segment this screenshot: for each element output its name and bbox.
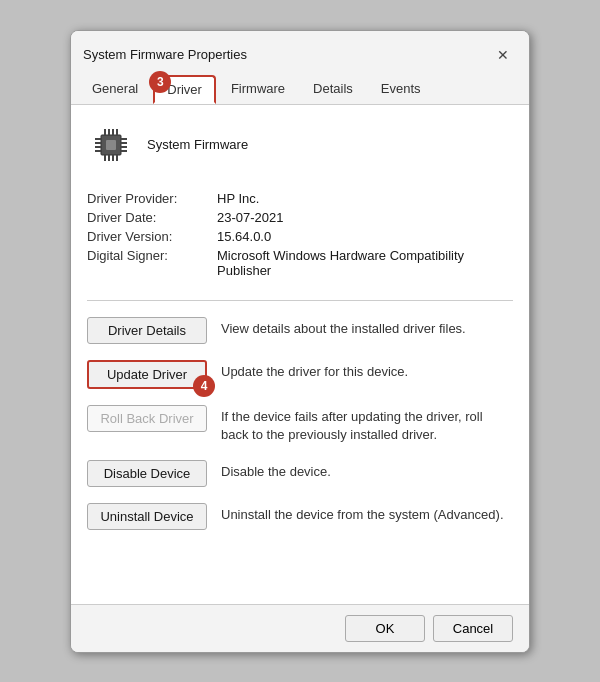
- action-row-uninstall: Uninstall Device Uninstall the device fr…: [87, 495, 513, 538]
- step-badge-3: 3: [149, 71, 171, 93]
- tab-firmware[interactable]: Firmware: [218, 75, 298, 104]
- value-signer: Microsoft Windows Hardware Compatibility…: [217, 248, 513, 278]
- device-icon: [87, 121, 135, 169]
- tab-details[interactable]: Details: [300, 75, 366, 104]
- disable-device-desc: Disable the device.: [221, 460, 331, 481]
- dialog-title: System Firmware Properties: [83, 47, 247, 62]
- driver-details-desc: View details about the installed driver …: [221, 317, 466, 338]
- value-version: 15.64.0.0: [217, 229, 271, 244]
- tab-general[interactable]: General: [79, 75, 151, 104]
- action-row-driver-details: Driver Details View details about the in…: [87, 309, 513, 352]
- rollback-driver-desc: If the device fails after updating the d…: [221, 405, 513, 444]
- dialog-window: System Firmware Properties ✕ General 3 D…: [70, 30, 530, 653]
- update-driver-button[interactable]: Update Driver: [87, 360, 207, 389]
- value-date: 23-07-2021: [217, 210, 284, 225]
- driver-info-table: Driver Provider: HP Inc. Driver Date: 23…: [87, 189, 513, 280]
- firmware-icon: [89, 123, 133, 167]
- svg-rect-17: [106, 140, 116, 150]
- uninstall-device-button[interactable]: Uninstall Device: [87, 503, 207, 530]
- action-row-disable: Disable Device Disable the device.: [87, 452, 513, 495]
- update-btn-wrapper: Update Driver 4: [87, 360, 207, 389]
- label-version: Driver Version:: [87, 229, 217, 244]
- disable-device-button[interactable]: Disable Device: [87, 460, 207, 487]
- tab-bar: General 3 Driver Firmware Details Events: [71, 69, 529, 104]
- cancel-button[interactable]: Cancel: [433, 615, 513, 642]
- value-provider: HP Inc.: [217, 191, 259, 206]
- device-name: System Firmware: [147, 137, 248, 152]
- update-driver-desc: Update the driver for this device.: [221, 360, 408, 381]
- tab-events[interactable]: Events: [368, 75, 434, 104]
- step-badge-4: 4: [193, 375, 215, 397]
- uninstall-device-desc: Uninstall the device from the system (Ad…: [221, 503, 504, 524]
- label-date: Driver Date:: [87, 210, 217, 225]
- tab-content: System Firmware Driver Provider: HP Inc.…: [71, 104, 529, 604]
- title-bar: System Firmware Properties ✕: [71, 31, 529, 69]
- label-provider: Driver Provider:: [87, 191, 217, 206]
- info-row-version: Driver Version: 15.64.0.0: [87, 227, 513, 246]
- rollback-driver-button[interactable]: Roll Back Driver: [87, 405, 207, 432]
- ok-button[interactable]: OK: [345, 615, 425, 642]
- driver-details-button[interactable]: Driver Details: [87, 317, 207, 344]
- label-signer: Digital Signer:: [87, 248, 217, 278]
- tab-driver[interactable]: 3 Driver: [153, 75, 216, 104]
- dialog-footer: OK Cancel: [71, 604, 529, 652]
- info-row-date: Driver Date: 23-07-2021: [87, 208, 513, 227]
- close-button[interactable]: ✕: [489, 41, 517, 69]
- action-row-rollback: Roll Back Driver If the device fails aft…: [87, 397, 513, 452]
- info-row-signer: Digital Signer: Microsoft Windows Hardwa…: [87, 246, 513, 280]
- divider: [87, 300, 513, 301]
- action-row-update-driver: Update Driver 4 Update the driver for th…: [87, 352, 513, 397]
- device-header: System Firmware: [87, 121, 513, 169]
- info-row-provider: Driver Provider: HP Inc.: [87, 189, 513, 208]
